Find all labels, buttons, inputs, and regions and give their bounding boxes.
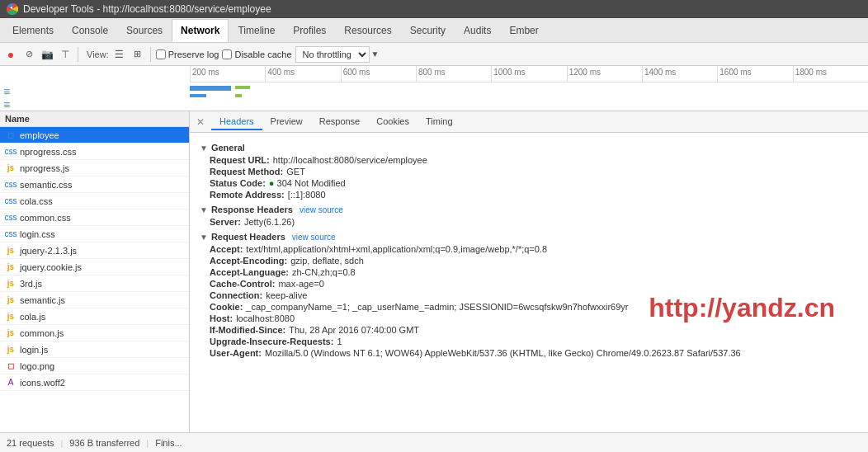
tab-audits[interactable]: Audits xyxy=(455,19,500,42)
request-headers-triangle-icon: ▼ xyxy=(200,233,208,242)
sub-tab-headers[interactable]: Headers xyxy=(211,114,262,130)
file-icon-js-5: js xyxy=(5,294,17,306)
request-url-value: http://localhost:8080/service/employee xyxy=(273,155,427,165)
status-sep-1: | xyxy=(60,438,63,448)
file-item-login-css[interactable]: css login.css xyxy=(0,226,189,242)
request-method-value: GET xyxy=(286,167,305,177)
cookie-value: _cap_companyName_=1; _cap_userName_=admi… xyxy=(246,302,628,312)
window-title: Developer Tools - http://localhost:8080/… xyxy=(23,3,271,15)
request-headers-section-header[interactable]: ▼ Request Headers view source xyxy=(200,232,858,242)
status-finish: Finis... xyxy=(155,438,182,448)
file-item-cola-js[interactable]: js cola.js xyxy=(0,308,189,325)
file-item-logo-png[interactable]: ◻ logo.png xyxy=(0,358,189,374)
status-code-value: ● 304 Not Modified xyxy=(269,178,346,188)
timeline-tick-600: 600 ms xyxy=(341,66,416,82)
request-headers-view-source[interactable]: view source xyxy=(292,233,336,242)
timeline-area: 200 ms 400 ms 600 ms 800 ms 1000 ms 1200… xyxy=(0,66,868,111)
if-modified-since-key: If-Modified-Since xyxy=(210,325,285,335)
status-code-key: Status Code xyxy=(210,178,266,188)
file-icon-img: ◻ xyxy=(5,360,17,372)
sub-tab-preview[interactable]: Preview xyxy=(262,114,311,130)
response-headers-section-header[interactable]: ▼ Response Headers view source xyxy=(200,205,858,214)
file-icon-js-3: js xyxy=(5,261,17,273)
file-item-common-js[interactable]: js common.js xyxy=(0,325,189,341)
file-item-cola-css[interactable]: css cola.css xyxy=(0,193,189,210)
preserve-log-group[interactable]: Preserve log xyxy=(156,49,219,59)
file-icon-css-3: css xyxy=(5,195,17,207)
file-item-nprogress-js[interactable]: js nprogress.js xyxy=(0,160,189,177)
file-icon-css-2: css xyxy=(5,179,17,191)
disable-cache-checkbox[interactable] xyxy=(222,49,232,59)
tab-timeline[interactable]: Timeline xyxy=(229,19,284,42)
file-icon-css-4: css xyxy=(5,212,17,224)
sub-tabs-close-button[interactable]: ✕ xyxy=(193,116,208,128)
timeline-tick-1000: 1000 ms xyxy=(491,66,566,82)
list-view-button[interactable]: ☰ xyxy=(112,47,127,62)
tab-sources[interactable]: Sources xyxy=(117,19,172,42)
file-item-jquery-cookie[interactable]: js jquery.cookie.js xyxy=(0,259,189,275)
request-method-key: Request Method xyxy=(210,167,283,177)
accept-key: Accept xyxy=(210,244,243,254)
sub-tab-response[interactable]: Response xyxy=(311,114,369,130)
file-icon-font: A xyxy=(5,377,17,388)
view-label: View: xyxy=(87,49,109,59)
left-indicators: ≡ ≡ xyxy=(3,86,10,111)
general-triangle-icon: ▼ xyxy=(200,144,208,153)
grid-view-button[interactable]: ⊞ xyxy=(130,47,145,62)
upgrade-insecure-key: Upgrade-Insecure-Requests xyxy=(210,337,333,346)
tab-ember[interactable]: Ember xyxy=(500,19,547,42)
cache-control-key: Cache-Control xyxy=(210,279,275,289)
sub-tab-timing[interactable]: Timing xyxy=(417,114,461,130)
disable-cache-label: Disable cache xyxy=(234,49,291,59)
file-item-jquery[interactable]: js jquery-2.1.3.js xyxy=(0,242,189,259)
file-item-3rd-js[interactable]: js 3rd.js xyxy=(0,275,189,292)
file-icon-xhr: ◻ xyxy=(5,129,17,141)
tab-resources[interactable]: Resources xyxy=(335,19,400,42)
status-sep-2: | xyxy=(146,438,149,448)
if-modified-since-row: If-Modified-Since Thu, 28 Apr 2016 07:40… xyxy=(210,325,858,335)
filter-button[interactable]: ⊤ xyxy=(58,47,73,62)
screenshot-button[interactable]: 📷 xyxy=(40,47,54,62)
tab-console[interactable]: Console xyxy=(63,19,117,42)
stop-button[interactable]: ⊘ xyxy=(21,47,36,62)
upgrade-insecure-row: Upgrade-Insecure-Requests 1 xyxy=(210,337,858,346)
file-item-semantic-js[interactable]: js semantic.js xyxy=(0,292,189,308)
file-item-nprogress-css[interactable]: css nprogress.css xyxy=(0,144,189,160)
file-item-employee[interactable]: ◻ employee xyxy=(0,127,189,144)
file-item-login-js[interactable]: js login.js xyxy=(0,341,189,358)
server-value: Jetty(6.1.26) xyxy=(244,217,295,227)
timeline-tick-1600: 1600 ms xyxy=(717,66,792,82)
user-agent-value: Mozilla/5.0 (Windows NT 6.1; WOW64) Appl… xyxy=(265,348,741,358)
tab-elements[interactable]: Elements xyxy=(3,19,63,42)
tab-network[interactable]: Network xyxy=(172,19,229,42)
record-button[interactable]: ● xyxy=(3,47,18,62)
response-headers-view-source[interactable]: view source xyxy=(300,205,343,214)
accept-encoding-row: Accept-Encoding gzip, deflate, sdch xyxy=(210,256,858,266)
status-green-dot: ● xyxy=(269,178,275,188)
file-list-header: Name xyxy=(0,111,189,127)
general-section-label: General xyxy=(211,143,245,153)
file-item-icons-woff2[interactable]: A icons.woff2 xyxy=(0,374,189,391)
status-bar: 21 requests | 936 B transferred | Finis.… xyxy=(0,432,868,452)
response-headers-label: Response Headers xyxy=(211,205,293,214)
sub-tab-cookies[interactable]: Cookies xyxy=(368,114,417,130)
timeline-bar-4 xyxy=(235,94,242,97)
timeline-tick-1400: 1400 ms xyxy=(642,66,717,82)
upgrade-insecure-value: 1 xyxy=(337,337,342,346)
request-method-row: Request Method GET xyxy=(210,167,858,177)
request-url-key: Request URL xyxy=(210,155,270,165)
accept-language-key: Accept-Language xyxy=(210,267,289,277)
file-item-common-css[interactable]: css common.css xyxy=(0,210,189,226)
status-transferred: 936 B transferred xyxy=(69,438,139,448)
file-icon-css-1: css xyxy=(5,146,17,158)
general-section-header[interactable]: ▼ General xyxy=(200,143,858,153)
preserve-log-checkbox[interactable] xyxy=(156,49,166,59)
file-item-semantic-css[interactable]: css semantic.css xyxy=(0,177,189,193)
tab-security[interactable]: Security xyxy=(401,19,455,42)
file-icon-js-2: js xyxy=(5,245,17,257)
tab-profiles[interactable]: Profiles xyxy=(284,19,335,42)
cookie-key: Cookie xyxy=(210,302,243,312)
request-url-row: Request URL http://localhost:8080/servic… xyxy=(210,155,858,165)
throttle-select[interactable]: No throttling Online Fast 3G Slow 3G Off… xyxy=(295,46,370,63)
disable-cache-group[interactable]: Disable cache xyxy=(222,49,291,59)
